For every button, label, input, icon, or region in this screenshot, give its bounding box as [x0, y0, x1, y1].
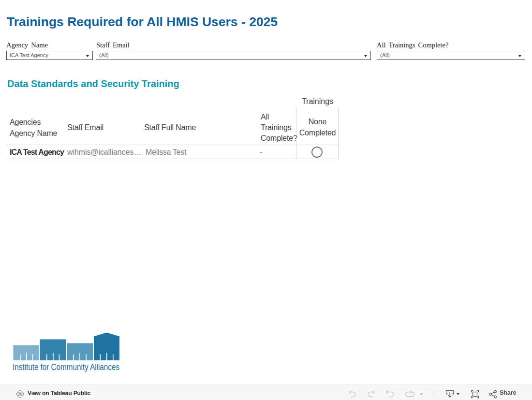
svg-text:Institute for Community Allian: Institute for Community Alliances — [13, 362, 119, 372]
